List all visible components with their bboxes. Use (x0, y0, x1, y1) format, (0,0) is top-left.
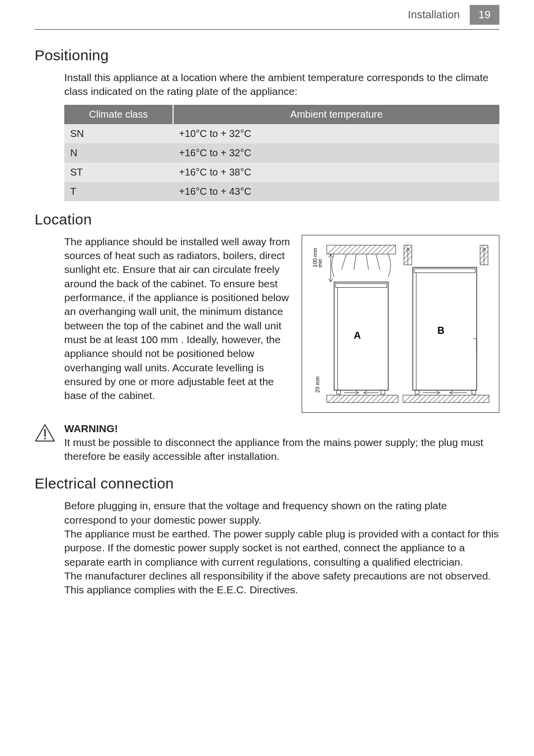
cell-temp: +16°C to + 43°C (173, 182, 499, 201)
climate-table: Climate class Ambient temperature SN +10… (64, 105, 499, 201)
th-climate-class: Climate class (64, 105, 173, 124)
location-heading: Location (35, 211, 499, 228)
electrical-para: Before plugging in, ensure that the volt… (64, 499, 499, 527)
svg-line-71 (483, 396, 489, 402)
cell-climate: ST (64, 163, 173, 182)
svg-line-1 (328, 245, 337, 254)
warning-label: WARNING! (64, 423, 499, 435)
svg-rect-16 (336, 283, 387, 287)
th-ambient-temp: Ambient temperature (173, 105, 499, 124)
cell-climate: N (64, 143, 173, 163)
warning-text: It must be possible to disconnect the ap… (64, 436, 499, 464)
svg-line-10 (372, 245, 381, 254)
svg-line-3 (338, 245, 347, 254)
svg-line-34 (392, 396, 398, 402)
svg-rect-15 (334, 282, 388, 390)
warning-block: WARNING! It must be possible to disconne… (35, 423, 499, 464)
svg-rect-20 (327, 395, 398, 402)
electrical-para: This appliance complies with the E.E.C. … (64, 583, 499, 597)
svg-line-2 (333, 245, 342, 254)
page-header: Installation 19 (35, 0, 499, 30)
svg-rect-49 (413, 267, 477, 390)
cell-climate: T (64, 182, 173, 201)
electrical-para: The appliance must be earthed. The power… (64, 527, 499, 569)
svg-rect-18 (337, 390, 341, 394)
cell-temp: +16°C to + 38°C (173, 163, 499, 182)
svg-line-13 (387, 245, 396, 254)
table-row: ST +16°C to + 38°C (64, 163, 499, 182)
svg-point-76 (44, 438, 46, 440)
svg-line-6 (353, 245, 361, 254)
svg-line-12 (382, 245, 391, 254)
svg-line-8 (362, 245, 371, 254)
svg-rect-19 (381, 390, 385, 394)
svg-line-5 (348, 245, 356, 254)
page-number: 19 (470, 5, 499, 25)
svg-rect-50 (414, 268, 475, 272)
diagram-panel-a: A (327, 245, 398, 402)
electrical-heading: Electrical connection (35, 475, 499, 492)
warning-icon (35, 423, 55, 464)
svg-rect-53 (472, 390, 476, 394)
positioning-heading: Positioning (35, 47, 499, 64)
svg-rect-52 (415, 390, 419, 394)
svg-rect-54 (403, 395, 489, 402)
diagram-label-a: A (354, 330, 361, 341)
diagram-label-b: B (438, 325, 445, 336)
svg-line-9 (367, 245, 376, 254)
diagram-panel-b: B (403, 245, 489, 402)
location-text: The appliance should be installed well a… (64, 235, 292, 413)
svg-line-4 (343, 245, 352, 254)
cell-temp: +16°C to + 32°C (173, 143, 499, 163)
table-row: T +16°C to + 43°C (64, 182, 499, 201)
positioning-intro: Install this appliance at a location whe… (64, 71, 499, 99)
electrical-para: The manufacturer declines all responsibi… (64, 569, 499, 583)
table-row: N +16°C to + 32°C (64, 143, 499, 163)
svg-line-7 (357, 245, 366, 254)
cell-temp: +10°C to + 32°C (173, 124, 499, 143)
table-row: SN +10°C to + 32°C (64, 124, 499, 143)
location-diagram: 100 mm min 20 mm (302, 235, 499, 413)
svg-line-11 (377, 245, 386, 254)
diagram-top-clearance-min: min (317, 259, 323, 267)
header-section: Installation (408, 8, 460, 21)
cell-climate: SN (64, 124, 173, 143)
diagram-bottom-clearance: 20 mm (314, 376, 320, 392)
